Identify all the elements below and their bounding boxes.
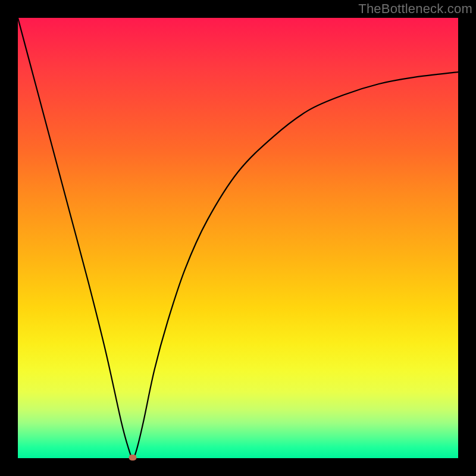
curve-path bbox=[18, 18, 458, 458]
chart-frame: TheBottleneck.com bbox=[0, 0, 476, 476]
watermark-text: TheBottleneck.com bbox=[358, 1, 472, 17]
plot-area bbox=[18, 18, 458, 458]
bottleneck-curve bbox=[18, 18, 458, 458]
min-point-marker bbox=[129, 455, 137, 461]
